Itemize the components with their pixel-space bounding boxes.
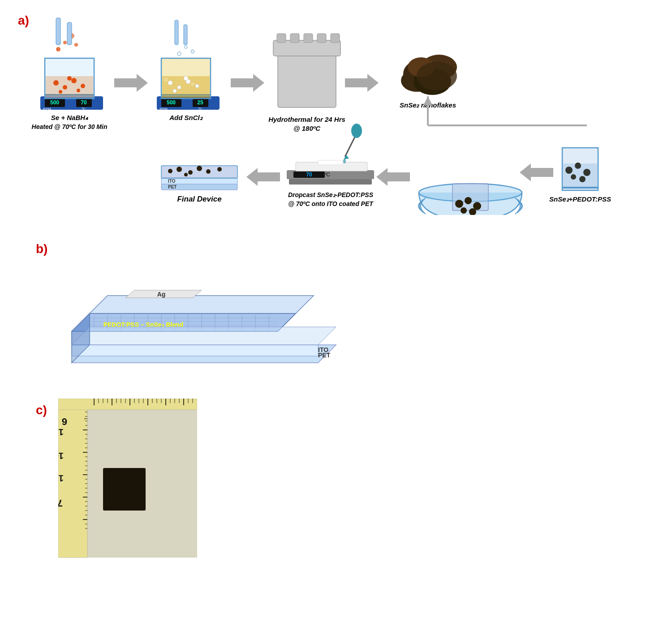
step5-caption: SnSe₂+PEDOT:PSS <box>549 195 611 203</box>
hotplate-2-rpm-val: 500 <box>167 99 176 106</box>
step7-caption-line2: @ 70ºC onto ITO coated PET <box>288 200 374 207</box>
autoclave-body <box>278 54 336 107</box>
step1-caption-line2: Heated @ 70ºC for 30 Min <box>32 123 108 130</box>
arrow-7 <box>246 168 280 186</box>
ito-layer-3d <box>72 345 318 356</box>
arrow-2 <box>231 74 264 92</box>
particle <box>63 85 67 90</box>
ag-label-3d: Ag <box>157 291 166 298</box>
autoclave-bolt <box>277 34 286 43</box>
beaker-liquid <box>563 163 597 187</box>
pipette-4 <box>184 25 187 45</box>
bubble-float <box>185 46 187 48</box>
bubble-float <box>191 50 194 53</box>
particle <box>67 76 72 81</box>
particle-falling <box>56 47 60 52</box>
pipette-1 <box>56 18 60 45</box>
section-c-photo: 6 15 16 17 <box>58 399 197 560</box>
step3-caption-line1: Hydrothermal for 24 Hrs <box>268 116 345 123</box>
step2-caption: Add SnCl₂ <box>169 114 203 121</box>
section-b-diagram: PET ITO <box>58 233 372 376</box>
layer-particle <box>168 169 172 173</box>
small-beaker-bottom <box>562 187 598 189</box>
section-a-diagram: 500 RPM 70 ºC <box>31 9 668 215</box>
hotplate-flat-body <box>289 179 372 185</box>
section-c: c) 6 15 16 <box>36 394 197 564</box>
dropper-tip <box>344 155 349 159</box>
main-substrate <box>72 327 336 345</box>
connector-arrow-head <box>423 96 432 105</box>
step3-caption-line2: @ 180ºC <box>293 125 321 132</box>
arrow-5 <box>520 163 553 181</box>
arrow-1 <box>114 74 148 92</box>
ruler-num-6: 6 <box>62 416 67 427</box>
layer-particle <box>177 167 182 172</box>
pet-label: PET <box>168 185 177 189</box>
autoclave-bolt <box>331 34 340 43</box>
pipette-3 <box>175 20 178 45</box>
hotplate-1-rpm-val: 500 <box>50 99 59 106</box>
section-a: a) 500 RPM 70 ºC <box>13 9 659 224</box>
hotplate-2-temp-label: ºC <box>198 107 202 111</box>
step8-caption: Final Device <box>177 195 221 203</box>
section-b-label: b) <box>36 242 47 256</box>
substrate-white-piece <box>318 160 343 165</box>
pipette-2 <box>67 22 72 45</box>
hotplate-2-rpm-label: RPM <box>159 107 168 111</box>
hotplate-1-temp-val: 70 <box>81 99 87 106</box>
particle-white <box>173 89 177 93</box>
hotplate-1-rpm-label: RPM <box>43 107 51 111</box>
step1-caption-line1: Se + NaBH₄ <box>51 114 88 121</box>
particle-falling <box>74 43 78 47</box>
hotplate-flat-temp-val: 70 <box>306 172 312 178</box>
device-top <box>90 296 314 313</box>
particle-white <box>184 76 188 81</box>
arrow-3 <box>345 74 379 92</box>
ruler-num-17: 17 <box>58 473 64 483</box>
sonic-particle <box>455 200 463 208</box>
particle-falling <box>63 41 67 44</box>
ito-label-3d: ITO <box>318 346 328 353</box>
layer-particle <box>188 170 193 175</box>
hotplate-2-temp-val: 25 <box>197 99 203 106</box>
particle-white <box>168 81 172 85</box>
particle-white <box>177 86 181 89</box>
autoclave-bolt <box>290 34 299 43</box>
autoclave-bolt <box>304 34 313 43</box>
ruler-top <box>58 399 197 410</box>
autoclave-bolt <box>317 34 326 43</box>
ruler-num-16: 16 <box>58 451 64 461</box>
particle <box>81 84 85 88</box>
arrow-6 <box>376 168 410 186</box>
nanoflake-cluster6 <box>417 62 457 90</box>
layer-particle <box>184 173 188 176</box>
bubble-float <box>177 52 181 56</box>
particle <box>59 90 62 94</box>
hotplate-1-temp-label: ºC <box>82 107 86 111</box>
hotplate-flat-temp-label: ºC <box>324 171 331 178</box>
sonic-particle <box>465 197 472 204</box>
ruler-num-7: 7 <box>58 498 63 509</box>
section-c-label: c) <box>36 403 47 417</box>
layer-particle <box>206 169 211 174</box>
particle-white <box>195 84 199 88</box>
layer-particle <box>217 167 222 172</box>
dropper-drop <box>343 159 346 163</box>
section-a-label: a) <box>18 13 29 28</box>
particle <box>77 89 80 92</box>
particle <box>71 78 77 83</box>
ruler-num-15: 15 <box>58 427 64 437</box>
particle <box>53 80 59 86</box>
layer-particle <box>197 166 202 171</box>
dropper-bulb <box>351 124 362 138</box>
step7-caption-line1: Dropcast SnSe₂-PEDOT:PSS <box>288 191 374 198</box>
ito-label: ITO <box>168 179 176 184</box>
sonic-particle <box>461 207 467 214</box>
section-b: b) PET ITO <box>36 233 372 385</box>
device-sample <box>103 468 146 511</box>
